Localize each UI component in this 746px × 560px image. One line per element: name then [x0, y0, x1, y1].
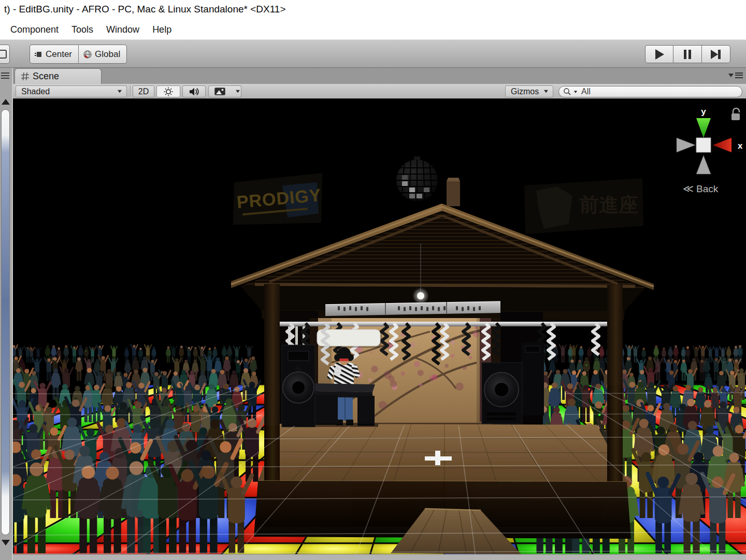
shimenawa-rope [268, 322, 615, 326]
back-view-label[interactable]: ≪ Back [683, 183, 719, 194]
scene-effects-button[interactable] [208, 85, 231, 97]
globe-icon [83, 50, 92, 59]
pivot-center-button[interactable]: Center [30, 45, 78, 64]
toggle-2d-button[interactable]: 2D [133, 85, 154, 97]
global-label: Global [95, 49, 120, 60]
speaker-right-tall[interactable] [521, 342, 544, 415]
step-icon [710, 49, 722, 60]
scene-grid-icon [21, 73, 29, 80]
left-panel-scrollbar [0, 68, 13, 560]
light-bulb [417, 292, 424, 299]
y-axis-label: y [701, 107, 706, 117]
x-axis-label: x [738, 141, 743, 151]
transform-tool-button-partial[interactable] [0, 45, 10, 64]
menu-bar: Component Tools Window Help [0, 20, 746, 39]
playmode-controls [645, 45, 730, 63]
scene-canvas: PRODIGY 前進座 [13, 99, 746, 560]
red-sunglasses [339, 358, 349, 361]
scene-audio-button[interactable] [182, 85, 206, 97]
panel-menu-lines-icon [735, 73, 743, 78]
rect-tool-icon [0, 50, 7, 59]
menu-window[interactable]: Window [106, 24, 139, 35]
speaker-left[interactable] [282, 345, 315, 427]
scene-viewport[interactable]: PRODIGY 前進座 [13, 99, 746, 560]
scene-effects-dropdown[interactable] [231, 85, 241, 97]
subwoofer-right[interactable] [482, 363, 522, 424]
main-toolbar: Center Global [0, 39, 746, 68]
gizmos-dropdown[interactable]: Gizmos [505, 85, 553, 97]
panel-menu-button[interactable] [728, 73, 743, 78]
pause-icon [683, 49, 692, 60]
banner-zenshinza: 前進座 [524, 178, 643, 234]
scene-tab-label: Scene [33, 71, 59, 82]
panel-hamburger-icon[interactable] [1, 73, 9, 79]
search-icon [563, 88, 572, 96]
scene-view-toolbar: Shaded 2D Gizmos [13, 84, 746, 99]
menu-help[interactable]: Help [152, 24, 171, 35]
svg-text:Back: Back [696, 183, 719, 194]
pivot-toggle-group: Center Global [30, 45, 127, 64]
unity-editor-window: { "window": { "title": "t) - EditBG.unit… [0, 0, 746, 560]
image-effects-icon [214, 88, 225, 95]
back-chevron-icon: ≪ [683, 183, 694, 194]
search-filter-caret-icon [574, 91, 578, 93]
scene-lighting-button[interactable] [156, 85, 180, 97]
window-titlebar: t) - EditBG.unity - AFRO - PC, Mac & Lin… [0, 0, 746, 20]
scrollbar-thumb[interactable] [1, 109, 10, 535]
sun-icon [164, 87, 173, 96]
render-mode-dropdown[interactable]: Shaded [16, 85, 127, 97]
play-icon [654, 49, 665, 60]
scrollbar-down-arrow[interactable] [2, 540, 10, 545]
viewport-bottom-strip [13, 554, 746, 560]
toolbar-separator [130, 85, 131, 97]
scene-tabbar: Scene [13, 68, 746, 84]
play-button[interactable] [645, 45, 673, 63]
center-pivot-icon [34, 50, 43, 59]
gizmo-center-cube [696, 138, 711, 152]
scrollbar-up-arrow[interactable] [2, 99, 10, 105]
2d-label: 2D [138, 87, 149, 96]
dropdown-caret-icon [118, 90, 122, 93]
render-mode-label: Shaded [21, 87, 50, 96]
menu-tools[interactable]: Tools [71, 24, 93, 35]
center-label: Center [46, 49, 72, 60]
scene-search-field[interactable] [558, 86, 742, 97]
svg-text:前進座: 前進座 [579, 194, 638, 216]
pause-button[interactable] [673, 45, 702, 63]
gizmos-label: Gizmos [511, 87, 539, 96]
tab-scene[interactable]: Scene [15, 68, 102, 84]
audio-speaker-icon [189, 87, 199, 96]
step-button[interactable] [702, 45, 730, 63]
gizmos-caret-icon [544, 90, 548, 93]
effects-caret-icon [236, 90, 240, 93]
search-input[interactable] [581, 87, 739, 96]
panel-menu-caret-icon [728, 74, 734, 77]
global-toggle-button[interactable]: Global [78, 45, 127, 64]
menu-component[interactable]: Component [10, 24, 59, 35]
stage-post-right [607, 285, 623, 515]
window-title: t) - EditBG.unity - AFRO - PC, Mac & Lin… [4, 4, 286, 15]
